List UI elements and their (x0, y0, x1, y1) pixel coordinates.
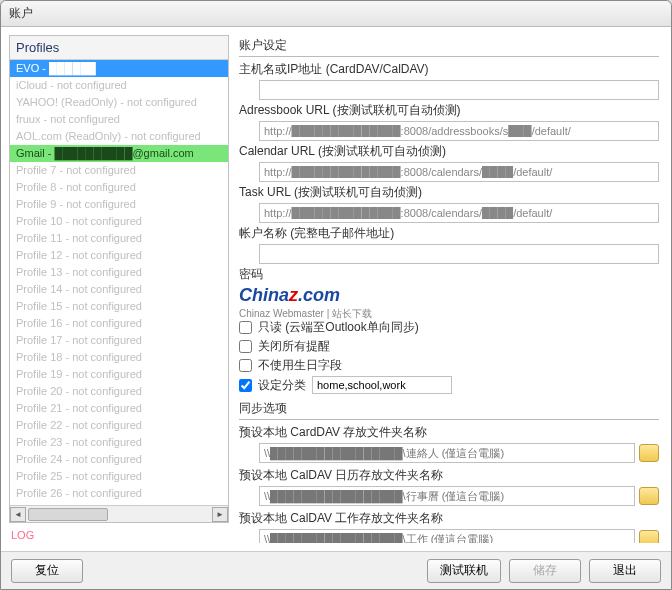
reset-button[interactable]: 复位 (11, 559, 83, 583)
profile-item[interactable]: Profile 15 - not configured (10, 298, 228, 315)
watermark-sub: Chinaz Webmaster | 站长下载 (239, 307, 372, 321)
calendar-input[interactable] (259, 162, 659, 182)
profile-item[interactable]: Profile 24 - not configured (10, 451, 228, 468)
scroll-right-arrow-icon[interactable]: ► (212, 507, 228, 522)
readonly-checkbox[interactable] (239, 321, 252, 334)
profiles-title: Profiles (10, 36, 228, 60)
host-label: 主机名或IP地址 (CardDAV/CalDAV) (239, 61, 659, 78)
profile-item[interactable]: iCloud - not configured (10, 77, 228, 94)
watermark: Chinaz.com Chinaz Webmaster | 站长下载 (239, 285, 659, 317)
titlebar[interactable]: 账户 (1, 1, 671, 27)
form-area: 账户设定 主机名或IP地址 (CardDAV/CalDAV) Adressboo… (239, 35, 659, 543)
profile-item[interactable]: Profile 20 - not configured (10, 383, 228, 400)
account-name-input[interactable] (259, 244, 659, 264)
profile-item[interactable]: Profile 18 - not configured (10, 349, 228, 366)
task-input[interactable] (259, 203, 659, 223)
profile-item[interactable]: Gmail - ██████████@gmail.com (10, 145, 228, 162)
profile-item[interactable]: Profile 9 - not configured (10, 196, 228, 213)
close-reminder-checkbox[interactable] (239, 340, 252, 353)
readonly-label: 只读 (云端至Outlook单向同步) (258, 319, 419, 336)
category-label: 设定分类 (258, 377, 306, 394)
caldav-task-folder-label: 预设本地 CalDAV 工作存放文件夹名称 (239, 510, 659, 527)
profile-item[interactable]: Profile 12 - not configured (10, 247, 228, 264)
no-birthday-label: 不使用生日字段 (258, 357, 342, 374)
profile-item[interactable]: YAHOO! (ReadOnly) - not configured (10, 94, 228, 111)
category-input[interactable] (312, 376, 452, 394)
caldav-task-folder-input[interactable] (259, 529, 635, 543)
folder-browse-icon[interactable] (639, 487, 659, 505)
profile-item[interactable]: Profile 13 - not configured (10, 264, 228, 281)
profile-item[interactable]: Profile 14 - not configured (10, 281, 228, 298)
calendar-label: Calendar URL (按测试联机可自动侦测) (239, 143, 659, 160)
profiles-list[interactable]: EVO - ██████iCloud - not configuredYAHOO… (10, 60, 228, 505)
exit-button[interactable]: 退出 (589, 559, 661, 583)
addressbook-label: Adressbook URL (按测试联机可自动侦测) (239, 102, 659, 119)
profile-item[interactable]: Profile 26 - not configured (10, 485, 228, 502)
scroll-thumb[interactable] (28, 508, 108, 521)
profile-item[interactable]: Profile 23 - not configured (10, 434, 228, 451)
window-title: 账户 (9, 5, 33, 22)
profile-item[interactable]: Profile 22 - not configured (10, 417, 228, 434)
readonly-row[interactable]: 只读 (云端至Outlook单向同步) (239, 319, 659, 336)
section-sync-options: 同步选项 (239, 398, 659, 420)
carddav-folder-row (259, 443, 659, 463)
caldav-task-folder-row (259, 529, 659, 543)
save-button[interactable]: 储存 (509, 559, 581, 583)
window-body: Profiles EVO - ██████iCloud - not config… (1, 27, 671, 551)
caldav-cal-folder-label: 预设本地 CalDAV 日历存放文件夹名称 (239, 467, 659, 484)
category-checkbox[interactable] (239, 379, 252, 392)
folder-browse-icon[interactable] (639, 530, 659, 543)
test-connection-button[interactable]: 测试联机 (427, 559, 501, 583)
profile-item[interactable]: Profile 11 - not configured (10, 230, 228, 247)
profile-item[interactable]: Profile 21 - not configured (10, 400, 228, 417)
task-label: Task URL (按测试联机可自动侦测) (239, 184, 659, 201)
category-row[interactable]: 设定分类 (239, 376, 659, 394)
log-link[interactable]: LOG (9, 523, 229, 543)
no-birthday-checkbox[interactable] (239, 359, 252, 372)
profile-item[interactable]: Profile 7 - not configured (10, 162, 228, 179)
close-reminder-label: 关闭所有提醒 (258, 338, 330, 355)
folder-browse-icon[interactable] (639, 444, 659, 462)
profile-item[interactable]: Profile 8 - not configured (10, 179, 228, 196)
section-account-settings: 账户设定 (239, 35, 659, 57)
scroll-left-arrow-icon[interactable]: ◄ (10, 507, 26, 522)
left-panel: Profiles EVO - ██████iCloud - not config… (9, 35, 229, 543)
password-label: 密码 (239, 266, 659, 283)
profile-item[interactable]: Profile 10 - not configured (10, 213, 228, 230)
footer: 复位 测试联机 储存 退出 (1, 551, 671, 589)
account-window: 账户 Profiles EVO - ██████iCloud - not con… (0, 0, 672, 590)
profiles-box: Profiles EVO - ██████iCloud - not config… (9, 35, 229, 523)
profile-item[interactable]: Profile 16 - not configured (10, 315, 228, 332)
profile-item[interactable]: AOL.com (ReadOnly) - not configured (10, 128, 228, 145)
profile-item[interactable]: fruux - not configured (10, 111, 228, 128)
close-reminder-row[interactable]: 关闭所有提醒 (239, 338, 659, 355)
profile-item[interactable]: Profile 17 - not configured (10, 332, 228, 349)
profile-item[interactable]: Profile 25 - not configured (10, 468, 228, 485)
host-input[interactable] (259, 80, 659, 100)
profile-item[interactable]: Profile 19 - not configured (10, 366, 228, 383)
right-panel: 账户设定 主机名或IP地址 (CardDAV/CalDAV) Adressboo… (235, 35, 663, 543)
carddav-folder-label: 预设本地 CardDAV 存放文件夹名称 (239, 424, 659, 441)
addressbook-input[interactable] (259, 121, 659, 141)
watermark-logo: Chinaz.com (239, 285, 340, 305)
horizontal-scrollbar[interactable]: ◄ ► (10, 505, 228, 522)
caldav-cal-folder-row (259, 486, 659, 506)
carddav-folder-input[interactable] (259, 443, 635, 463)
caldav-cal-folder-input[interactable] (259, 486, 635, 506)
no-birthday-row[interactable]: 不使用生日字段 (239, 357, 659, 374)
profile-item[interactable]: EVO - ██████ (10, 60, 228, 77)
account-name-label: 帐户名称 (完整电子邮件地址) (239, 225, 659, 242)
